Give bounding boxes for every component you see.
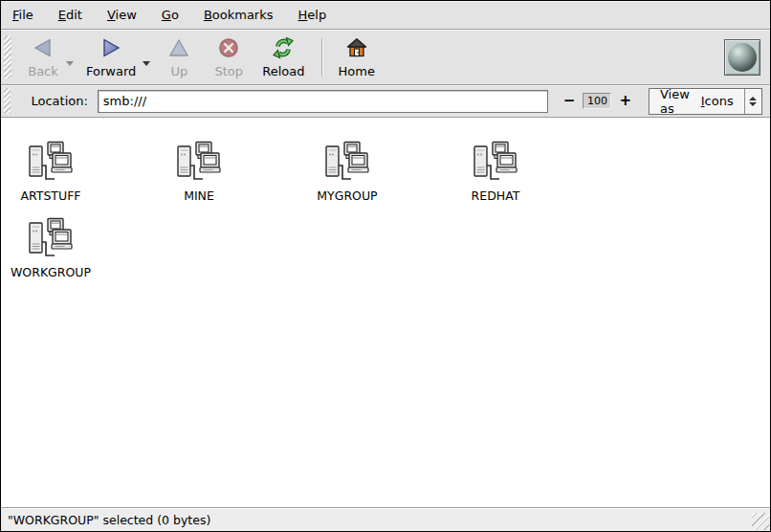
file-icon-item[interactable]: WORKGROUP bbox=[1, 217, 100, 280]
status-text: "WORKGROUP" selected (0 bytes) bbox=[8, 513, 210, 527]
view-as-label: View as Icons bbox=[650, 89, 744, 114]
menu-bookmarks[interactable]: Bookmarks bbox=[202, 5, 275, 25]
menu-help[interactable]: Help bbox=[297, 5, 329, 25]
forward-button[interactable]: Forward bbox=[77, 33, 144, 81]
smb-workgroup-icon bbox=[28, 141, 74, 186]
zoom-level-indicator[interactable]: 100 bbox=[583, 93, 611, 109]
dropdown-arrow-icon bbox=[745, 89, 761, 114]
menu-go[interactable]: Go bbox=[160, 5, 181, 25]
file-label: MINE bbox=[184, 188, 214, 203]
location-label: Location: bbox=[31, 94, 87, 108]
home-icon bbox=[345, 36, 368, 62]
menu-bar: File Edit View Go Bookmarks Help bbox=[1, 1, 770, 30]
file-icon-item[interactable]: REDHAT bbox=[446, 141, 545, 204]
resize-grip[interactable] bbox=[752, 513, 769, 530]
menu-edit[interactable]: Edit bbox=[56, 5, 84, 25]
zoom-controls: − 100 + bbox=[562, 92, 633, 110]
home-button[interactable]: Home bbox=[330, 33, 384, 81]
location-bar: Location: − 100 + View as Icons bbox=[1, 85, 770, 118]
file-icon-item[interactable]: MINE bbox=[149, 141, 249, 204]
file-icon-item[interactable]: ARTSTUFF bbox=[1, 141, 100, 204]
smb-workgroup-icon bbox=[324, 141, 370, 186]
back-button[interactable]: Back bbox=[18, 33, 68, 81]
reload-button-label: Reload bbox=[262, 65, 304, 78]
stop-button[interactable]: Stop bbox=[204, 33, 253, 81]
forward-arrow-icon bbox=[99, 36, 122, 62]
icon-grid: ARTSTUFF bbox=[1, 141, 604, 280]
file-label: ARTSTUFF bbox=[20, 188, 80, 203]
location-bar-drag-handle[interactable] bbox=[4, 88, 11, 113]
zoom-in-button[interactable]: + bbox=[617, 92, 633, 110]
home-button-label: Home bbox=[339, 65, 375, 78]
location-input[interactable] bbox=[98, 90, 548, 113]
menu-file[interactable]: File bbox=[11, 5, 35, 25]
throbber bbox=[724, 39, 760, 76]
stop-button-label: Stop bbox=[215, 65, 244, 78]
stop-icon bbox=[217, 36, 240, 62]
icon-view: ARTSTUFF bbox=[1, 118, 770, 507]
toolbar-drag-handle[interactable] bbox=[4, 35, 11, 79]
back-history-chevron-icon[interactable] bbox=[66, 61, 74, 66]
smb-workgroup-icon bbox=[473, 141, 518, 186]
forward-history-chevron-icon[interactable] bbox=[143, 61, 150, 66]
up-arrow-icon bbox=[167, 36, 190, 62]
zoom-out-button[interactable]: − bbox=[562, 92, 578, 110]
file-label: REDHAT bbox=[472, 188, 520, 203]
file-icon-item[interactable]: MYGROUP bbox=[297, 141, 397, 204]
up-button-label: Up bbox=[170, 65, 187, 78]
up-button[interactable]: Up bbox=[154, 33, 204, 81]
view-as-dropdown[interactable]: View as Icons bbox=[649, 88, 762, 115]
smb-workgroup-icon bbox=[28, 217, 74, 262]
file-label: WORKGROUP bbox=[11, 265, 91, 279]
forward-button-label: Forward bbox=[86, 65, 136, 78]
back-arrow-icon bbox=[32, 36, 55, 62]
toolbar: Back Forward Up bbox=[1, 30, 770, 85]
toolbar-separator bbox=[321, 38, 322, 77]
reload-icon bbox=[272, 36, 295, 62]
file-label: MYGROUP bbox=[317, 188, 377, 203]
throbber-sphere-icon bbox=[728, 43, 757, 72]
menu-view[interactable]: View bbox=[105, 5, 139, 25]
file-manager-window: File Edit View Go Bookmarks Help Back bbox=[0, 0, 771, 532]
status-bar: "WORKGROUP" selected (0 bytes) bbox=[1, 507, 770, 531]
reload-button[interactable]: Reload bbox=[253, 33, 313, 81]
back-button-label: Back bbox=[28, 65, 58, 78]
smb-workgroup-icon bbox=[176, 141, 222, 186]
